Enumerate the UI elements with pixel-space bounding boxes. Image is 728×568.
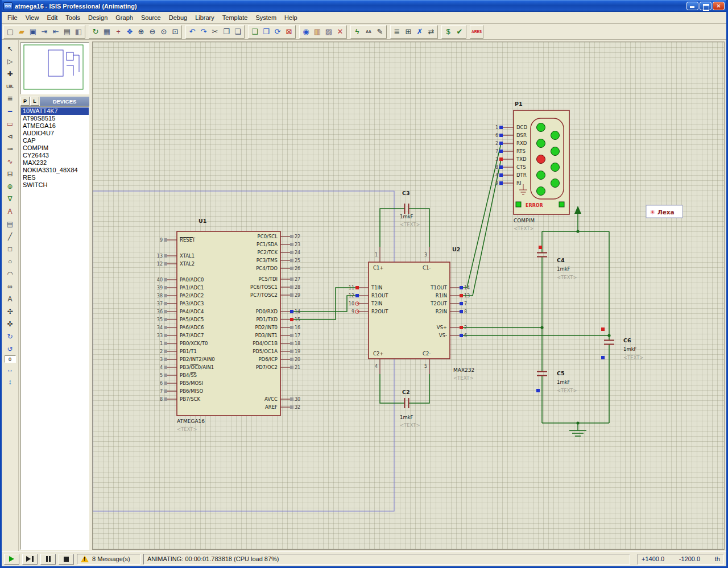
device-item[interactable]: ATMEGA16: [21, 122, 89, 130]
virtual-instrument-tool-icon[interactable]: ▤: [3, 218, 17, 230]
text-2d-tool-icon[interactable]: A: [3, 293, 17, 305]
restore-button[interactable]: [700, 2, 712, 10]
device-item[interactable]: RES: [21, 174, 89, 181]
bus-tool-icon[interactable]: ━: [3, 105, 17, 117]
arc-tool-icon[interactable]: ◠: [3, 268, 17, 280]
device-item[interactable]: AUDIO4U7: [21, 130, 89, 137]
cut-icon[interactable]: ✂: [209, 26, 221, 38]
device-pin-tool-icon[interactable]: ⊸: [3, 143, 17, 155]
pick-devices-button[interactable]: P: [20, 97, 30, 106]
pause-button[interactable]: [40, 554, 56, 565]
menu-debug[interactable]: Debug: [165, 13, 191, 22]
bill-of-materials-icon[interactable]: $: [442, 26, 454, 38]
redraw-icon[interactable]: ↻: [90, 26, 101, 38]
undo-icon[interactable]: ↶: [187, 26, 198, 38]
new-file-icon[interactable]: ▢: [5, 26, 16, 38]
property-assignment-icon[interactable]: ✎: [374, 26, 386, 38]
menu-system[interactable]: System: [251, 13, 280, 22]
devices-list[interactable]: 10WATT4K7AT90S8515ATMEGA16AUDIO4U7CAPCOM…: [20, 106, 89, 550]
zoom-area-icon[interactable]: ⊡: [169, 26, 181, 38]
closed-path-tool-icon[interactable]: ∞: [3, 280, 17, 292]
component-u1[interactable]: 9RESET13XTAL112XTAL240PA0/ADC039PA1/ADC1…: [157, 218, 300, 432]
step-button[interactable]: [22, 554, 38, 565]
messages-panel[interactable]: 8 Message(s): [77, 554, 140, 565]
selection-tool-icon[interactable]: ↖: [3, 43, 17, 55]
circle-tool-icon[interactable]: ○: [3, 255, 17, 267]
schematic-svg[interactable]: 9RESET13XTAL112XTAL240PA0/ADC039PA1/ADC1…: [93, 42, 725, 550]
wire-autorouter-icon[interactable]: ϟ: [351, 26, 363, 38]
packaging-tool-icon[interactable]: ▨: [323, 26, 334, 38]
component-c2[interactable]: C21mkF<TEXT>: [400, 389, 420, 428]
wire-label-tool-icon[interactable]: LBL: [3, 80, 17, 92]
close-button[interactable]: [713, 2, 725, 10]
tape-recorder-tool-icon[interactable]: ⊟: [3, 168, 17, 180]
stop-button[interactable]: [59, 554, 74, 565]
export-section-icon[interactable]: ⇤: [50, 26, 61, 38]
device-item[interactable]: 10WATT4K7: [21, 107, 89, 115]
subcircuit-tool-icon[interactable]: ▭: [3, 118, 17, 130]
mirror-vertical-icon[interactable]: ↕: [3, 376, 17, 388]
device-item[interactable]: SWITCH: [21, 181, 89, 189]
block-move-icon[interactable]: ❒: [260, 26, 272, 38]
mirror-horizontal-icon[interactable]: ↔: [3, 363, 17, 375]
menu-help[interactable]: Help: [280, 13, 301, 22]
paste-icon[interactable]: ❏: [232, 26, 243, 38]
minimize-button[interactable]: [686, 2, 698, 10]
copy-icon[interactable]: ❐: [221, 26, 232, 38]
library-manager-button[interactable]: L: [30, 97, 39, 106]
power-terminal[interactable]: [574, 206, 581, 214]
menu-file[interactable]: File: [3, 13, 22, 22]
box-tool-icon[interactable]: □: [3, 243, 17, 255]
menu-tools[interactable]: Tools: [61, 13, 84, 22]
overview-panel[interactable]: [20, 42, 89, 94]
current-probe-tool-icon[interactable]: A: [3, 205, 17, 217]
terminal-tool-icon[interactable]: ⊲: [3, 130, 17, 142]
device-item[interactable]: MAX232: [21, 159, 89, 167]
component-c5[interactable]: C51mkF<TEXT>: [537, 370, 577, 393]
center-at-cursor-icon[interactable]: ❖: [124, 26, 135, 38]
component-c4[interactable]: C41mkF<TEXT>: [537, 253, 577, 281]
block-rotate-icon[interactable]: ⟳: [272, 26, 283, 38]
electrical-rule-check-icon[interactable]: ✔: [454, 26, 465, 38]
device-item[interactable]: CAP: [21, 137, 89, 144]
redo-icon[interactable]: ↷: [198, 26, 209, 38]
device-item[interactable]: COMPIM: [21, 144, 89, 152]
wire[interactable]: [409, 374, 429, 403]
rotate-anticlockwise-icon[interactable]: ↺: [3, 343, 17, 355]
menu-template[interactable]: Template: [218, 13, 252, 22]
search-tag-icon[interactable]: AA: [363, 26, 374, 38]
decompose-icon[interactable]: ✕: [334, 26, 346, 38]
netlist-to-ares-icon[interactable]: ARES: [471, 26, 482, 38]
save-design-icon[interactable]: ▣: [27, 26, 39, 38]
device-item[interactable]: AT90S8515: [21, 115, 89, 122]
text-script-tool-icon[interactable]: ≣: [3, 93, 17, 105]
menu-graph[interactable]: Graph: [111, 13, 137, 22]
open-design-icon[interactable]: ▰: [16, 26, 27, 38]
line-tool-icon[interactable]: ╱: [3, 230, 17, 242]
marker-tool-icon[interactable]: ✜: [3, 318, 17, 330]
component-c6[interactable]: C61mkF<TEXT>: [604, 337, 644, 360]
block-copy-icon[interactable]: ❑: [249, 26, 260, 38]
zoom-all-icon[interactable]: ⊙: [158, 26, 169, 38]
component-u2[interactable]: 11T1IN12R1OUT10T2IN9R2OUT14T1OUT13R1IN7T…: [349, 246, 474, 381]
voltage-probe-tool-icon[interactable]: ∇: [3, 193, 17, 205]
make-device-icon[interactable]: ▥: [312, 26, 323, 38]
menu-design[interactable]: Design: [84, 13, 111, 22]
generator-tool-icon[interactable]: ⊚: [3, 180, 17, 192]
zoom-in-icon[interactable]: ⊕: [135, 26, 147, 38]
component-p1[interactable]: 1DCD6DSR2RXD7RTS3TXD8CTS4DTR9RIP1COMPIM<…: [495, 101, 569, 231]
print-icon[interactable]: ▤: [61, 26, 73, 38]
device-item[interactable]: CY26443: [21, 152, 89, 159]
title-bar[interactable]: ISIS atmega16 - ISIS Professional (Anima…: [2, 0, 726, 12]
rotate-clockwise-icon[interactable]: ↻: [3, 330, 17, 342]
junction-dot-tool-icon[interactable]: ✚: [3, 68, 17, 80]
play-button[interactable]: [4, 554, 19, 565]
schematic-canvas[interactable]: 9RESET13XTAL112XTAL240PA0/ADC039PA1/ADC1…: [93, 42, 724, 549]
import-section-icon[interactable]: ⇥: [39, 26, 50, 38]
rotation-angle-display[interactable]: 0: [5, 355, 16, 363]
remove-sheet-icon[interactable]: ✗: [414, 26, 425, 38]
mark-print-area-icon[interactable]: ◧: [73, 26, 84, 38]
pick-device-icon[interactable]: ◉: [300, 26, 312, 38]
toggle-grid-icon[interactable]: ▦: [101, 26, 113, 38]
new-sheet-icon[interactable]: ⊞: [403, 26, 414, 38]
